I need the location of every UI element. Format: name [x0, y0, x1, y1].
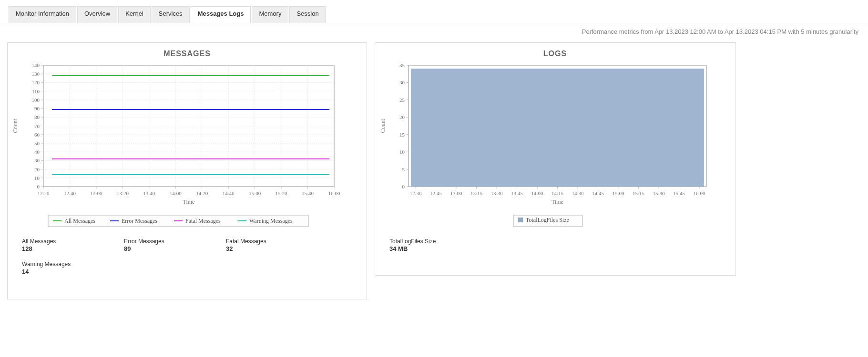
svg-text:Count: Count	[379, 119, 386, 133]
messages-panel: MESSAGES 0102030405060708090100110120130…	[7, 42, 367, 299]
logs-chart: 0510152025303512:3012:4513:0013:1513:301…	[375, 63, 718, 206]
summary-error-label: Error Messages	[124, 238, 195, 245]
svg-text:TotalLogFiles Size: TotalLogFiles Size	[526, 217, 569, 223]
svg-text:15:00: 15:00	[612, 190, 624, 196]
svg-text:Time: Time	[183, 198, 195, 205]
svg-text:16:00: 16:00	[328, 190, 340, 196]
svg-text:16:00: 16:00	[693, 190, 705, 196]
svg-text:5: 5	[402, 167, 405, 172]
svg-text:15:15: 15:15	[633, 190, 645, 196]
svg-text:Count: Count	[12, 119, 19, 133]
svg-text:12:45: 12:45	[430, 190, 442, 196]
svg-text:13:45: 13:45	[511, 190, 523, 196]
svg-text:30: 30	[399, 79, 405, 85]
svg-text:14:20: 14:20	[196, 190, 208, 196]
svg-text:30: 30	[34, 158, 40, 163]
summary-warning-label: Warning Messages	[22, 261, 93, 268]
svg-text:Fatal Messages: Fatal Messages	[185, 218, 221, 224]
svg-text:Error Messages: Error Messages	[122, 218, 157, 224]
summary-all-label: All Messages	[22, 238, 93, 245]
svg-text:14:15: 14:15	[551, 190, 564, 196]
summary-fatal-label: Fatal Messages	[226, 238, 297, 245]
svg-text:12:30: 12:30	[409, 190, 422, 196]
svg-text:110: 110	[32, 89, 40, 94]
svg-text:12:20: 12:20	[37, 190, 50, 196]
logs-summary: TotalLogFiles Size 34 MB	[375, 230, 735, 261]
svg-text:14:45: 14:45	[592, 190, 604, 196]
svg-text:120: 120	[32, 79, 40, 85]
svg-text:10: 10	[34, 175, 40, 181]
metrics-range-label: Performance metrics from Apr 13,2023 12:…	[0, 23, 868, 35]
svg-text:80: 80	[34, 114, 40, 120]
tab-monitor-information[interactable]: Monitor Information	[9, 6, 76, 23]
svg-text:All Messages: All Messages	[64, 218, 95, 224]
svg-text:25: 25	[399, 97, 405, 103]
svg-text:15:40: 15:40	[302, 190, 314, 196]
logs-chart-title: LOGS	[375, 43, 735, 63]
svg-rect-149	[518, 218, 523, 222]
tab-kernel[interactable]: Kernel	[118, 6, 151, 23]
svg-text:35: 35	[399, 63, 405, 68]
messages-chart-title: MESSAGES	[8, 43, 367, 63]
svg-text:14:40: 14:40	[223, 190, 235, 196]
messages-chart: 010203040506070809010011012013014012:201…	[8, 63, 346, 206]
svg-text:Time: Time	[551, 198, 563, 205]
svg-text:40: 40	[34, 149, 40, 155]
svg-text:15:45: 15:45	[673, 190, 685, 196]
summary-fatal-value: 32	[226, 245, 297, 252]
svg-text:13:40: 13:40	[143, 190, 155, 196]
svg-text:15:20: 15:20	[276, 190, 288, 196]
messages-summary: All Messages 128 Error Messages 89 Fatal…	[8, 230, 367, 284]
summary-log-label: TotalLogFiles Size	[389, 238, 485, 245]
svg-text:13:15: 13:15	[470, 190, 483, 196]
tab-messages-logs[interactable]: Messages Logs	[191, 6, 251, 23]
svg-text:20: 20	[34, 167, 40, 172]
summary-all-value: 128	[22, 245, 93, 252]
logs-panel: LOGS 0510152025303512:3012:4513:0013:151…	[375, 42, 735, 276]
svg-text:100: 100	[32, 97, 40, 103]
svg-text:70: 70	[34, 123, 40, 129]
svg-text:Warning Messages: Warning Messages	[249, 218, 293, 224]
svg-text:14:00: 14:00	[531, 190, 543, 196]
svg-text:14:00: 14:00	[170, 190, 182, 196]
svg-text:20: 20	[399, 114, 405, 120]
svg-text:14:30: 14:30	[572, 190, 584, 196]
tab-bar: Monitor Information Overview Kernel Serv…	[0, 0, 868, 23]
svg-text:15:30: 15:30	[653, 190, 665, 196]
tab-memory[interactable]: Memory	[252, 6, 288, 23]
svg-text:15: 15	[399, 132, 405, 138]
svg-text:13:00: 13:00	[450, 190, 462, 196]
summary-warning-value: 14	[22, 268, 93, 275]
svg-text:0: 0	[37, 184, 40, 189]
svg-text:13:00: 13:00	[90, 190, 102, 196]
tab-session[interactable]: Session	[289, 6, 326, 23]
svg-text:12:40: 12:40	[64, 190, 76, 196]
svg-text:50: 50	[34, 140, 40, 146]
summary-log-value: 34 MB	[389, 245, 485, 252]
svg-text:90: 90	[34, 106, 40, 111]
svg-text:140: 140	[32, 63, 40, 68]
summary-error-value: 89	[124, 245, 195, 252]
svg-text:13:30: 13:30	[490, 190, 503, 196]
svg-text:60: 60	[34, 132, 40, 138]
svg-text:0: 0	[402, 184, 405, 189]
svg-text:15:00: 15:00	[249, 190, 261, 196]
svg-text:130: 130	[32, 71, 40, 77]
svg-text:10: 10	[399, 149, 405, 155]
svg-text:13:20: 13:20	[117, 190, 129, 196]
tab-overview[interactable]: Overview	[77, 6, 117, 23]
tab-services[interactable]: Services	[152, 6, 190, 23]
